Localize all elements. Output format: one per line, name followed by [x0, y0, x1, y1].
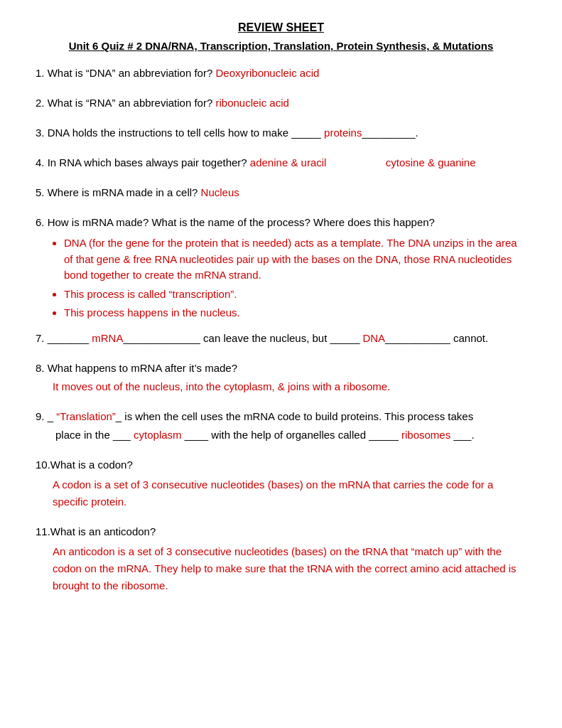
q10-question: 10.What is a codon? [36, 456, 526, 473]
q8-question: 8. What happens to mRNA after it’s made? [36, 360, 526, 377]
question-8: 8. What happens to mRNA after it’s made?… [36, 360, 526, 395]
q10-answer: A codon is a set of 3 consecutive nucleo… [36, 476, 526, 510]
q3-number: 3. [36, 127, 45, 139]
page-title: REVIEW SHEET [36, 21, 526, 34]
q9-number: 9. [36, 410, 45, 422]
q7-end: ___________ cannot. [385, 332, 488, 344]
q11-question: 11.What is an anticodon? [36, 523, 526, 540]
q5-answer: Nucleus [201, 186, 239, 198]
subtitle: Unit 6 Quiz # 2 DNA/RNA, Transcription, … [36, 40, 526, 52]
question-4: 4. In RNA which bases always pair togeth… [36, 154, 526, 171]
q7-dna: DNA [362, 332, 385, 344]
question-11: 11.What is an anticodon? An anticodon is… [36, 523, 526, 594]
question-10: 10.What is a codon? A codon is a set of … [36, 456, 526, 510]
q11-number: 11. [36, 525, 50, 537]
q9-mid: ____ with the help of organelles called … [182, 429, 401, 441]
q7-mid: _____________ can leave the nucleus, but… [123, 332, 362, 344]
q2-body: What is “RNA” an abbreviation for? [48, 97, 213, 109]
q10-body: What is a codon? [50, 459, 133, 471]
question-3: 3. DNA holds the instructions to tell ce… [36, 124, 526, 141]
q6-bullets: DNA (for the gene for the protein that i… [64, 235, 526, 321]
question-9: 9. _ “Translation”_ is when the cell use… [36, 408, 526, 444]
q1-number: 1. [36, 67, 45, 79]
q6-bullet-1: DNA (for the gene for the protein that i… [64, 235, 526, 284]
q10-number: 10. [36, 459, 50, 471]
q5-body: Where is mRNA made in a cell? [48, 186, 198, 198]
q6-number: 6. [36, 216, 45, 228]
question-2: 2. What is “RNA” an abbreviation for? ri… [36, 95, 526, 112]
q4-answer2: cytosine & guanine [386, 156, 476, 168]
question-5: 5. Where is mRNA made in a cell? Nucleus [36, 184, 526, 201]
q11-answer: An anticodon is a set of 3 consecutive n… [36, 543, 526, 594]
q7-mrna: mRNA [92, 332, 123, 344]
q6-body: How is mRNA made? What is the name of th… [48, 216, 435, 228]
q4-number: 4. [36, 156, 45, 168]
q2-answer: ribonucleic acid [215, 97, 288, 109]
q9-before1: _ [48, 410, 57, 422]
q9-place: place in the ___ [55, 429, 134, 441]
q6-bullet-2: This process is called “transcription”. [64, 287, 526, 303]
q4-spacer [330, 156, 383, 168]
q3-body: DNA holds the instructions to tell cells… [48, 127, 321, 139]
q7-blank1: _______ [48, 332, 92, 344]
question-7: 7. _______ mRNA_____________ can leave t… [36, 330, 526, 347]
q9-after1: _ is when the cell uses the mRNA code to… [116, 410, 473, 422]
q4-body: In RNA which bases always pair together? [48, 156, 247, 168]
q9-end: ___. [450, 429, 474, 441]
q11-body: What is an anticodon? [50, 525, 156, 537]
q5-number: 5. [36, 186, 45, 198]
question-6: 6. How is mRNA made? What is the name of… [36, 214, 526, 321]
q9-line1: 9. _ “Translation”_ is when the cell use… [36, 408, 526, 425]
q7-number: 7. [36, 332, 45, 344]
q3-answer: proteins [321, 127, 362, 139]
q1-answer: Deoxyribonucleic acid [215, 67, 319, 79]
q1-body: What is “DNA” an abbreviation for? [48, 67, 213, 79]
q9-cytoplasm: cytoplasm [134, 429, 182, 441]
q8-answer: It moves out of the nucleus, into the cy… [36, 378, 526, 395]
q9-line2: place in the ___ cytoplasm ____ with the… [36, 427, 526, 444]
q9-ribosomes: ribosomes [401, 429, 450, 441]
q9-translation: “Translation” [56, 410, 116, 422]
q2-number: 2. [36, 97, 45, 109]
q4-answer1: adenine & uracil [250, 156, 327, 168]
question-1: 1. What is “DNA” an abbreviation for? De… [36, 65, 526, 82]
q3-after: _________. [362, 127, 418, 139]
q6-bullet-3: This process happens in the nucleus. [64, 305, 526, 321]
